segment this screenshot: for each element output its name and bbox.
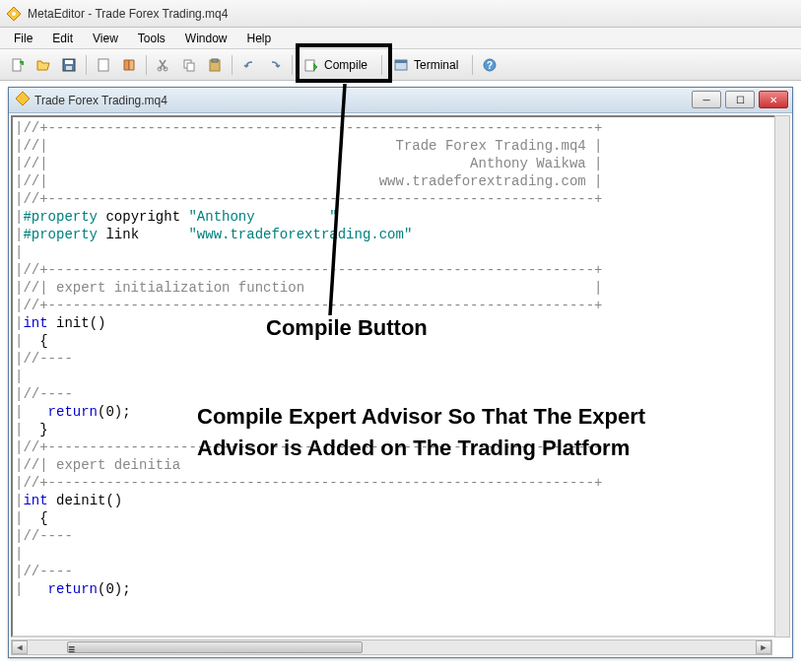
- horizontal-scrollbar[interactable]: ◄ ≡ ►: [11, 639, 772, 655]
- menu-file[interactable]: File: [4, 30, 42, 47]
- code-content: |//+------------------------------------…: [13, 117, 788, 600]
- open-file-button[interactable]: [32, 53, 55, 77]
- code-editor[interactable]: |//+------------------------------------…: [11, 115, 790, 638]
- toolbar: Compile Terminal ?: [0, 49, 801, 81]
- document-icon: [15, 91, 31, 109]
- document-title: Trade Forex Trading.mq4: [34, 94, 167, 107]
- toolbar-separator: [472, 55, 473, 75]
- svg-rect-12: [212, 59, 218, 62]
- menu-help[interactable]: Help: [237, 30, 282, 47]
- menu-edit[interactable]: Edit: [42, 30, 83, 47]
- book-button[interactable]: [117, 53, 141, 77]
- toolbar-separator: [232, 55, 233, 75]
- vertical-scrollbar[interactable]: [774, 115, 790, 638]
- annotation-label-compile: Compile Button: [266, 315, 428, 341]
- compile-label: Compile: [324, 58, 367, 72]
- svg-marker-18: [16, 92, 30, 105]
- window-controls: ─ ☐ ✕: [692, 91, 788, 108]
- app-titlebar: MetaEditor - Trade Forex Trading.mq4: [0, 0, 801, 28]
- svg-point-1: [12, 12, 16, 16]
- svg-rect-6: [99, 59, 108, 71]
- minimize-button[interactable]: ─: [692, 91, 721, 108]
- svg-rect-2: [13, 59, 21, 71]
- menu-view[interactable]: View: [83, 30, 128, 47]
- scroll-right-button[interactable]: ►: [756, 640, 771, 654]
- doc-button[interactable]: [92, 53, 115, 77]
- toolbar-separator: [146, 55, 147, 75]
- copy-button[interactable]: [177, 53, 201, 77]
- undo-button[interactable]: [237, 53, 261, 77]
- redo-button[interactable]: [263, 53, 287, 77]
- svg-text:?: ?: [487, 60, 493, 71]
- cut-button[interactable]: [152, 53, 175, 77]
- svg-rect-5: [66, 66, 72, 70]
- app-icon: [6, 6, 22, 22]
- save-button[interactable]: [57, 53, 81, 77]
- document-titlebar: Trade Forex Trading.mq4 ─ ☐ ✕: [9, 88, 792, 113]
- compile-button[interactable]: Compile: [298, 53, 376, 77]
- terminal-button[interactable]: Terminal: [387, 53, 467, 77]
- svg-rect-13: [305, 60, 314, 71]
- svg-rect-4: [65, 60, 73, 64]
- terminal-label: Terminal: [414, 58, 458, 72]
- svg-rect-15: [395, 60, 407, 63]
- menu-tools[interactable]: Tools: [128, 30, 175, 47]
- close-button[interactable]: ✕: [759, 91, 788, 108]
- app-title: MetaEditor - Trade Forex Trading.mq4: [28, 7, 228, 21]
- annotation-label-description: Compile Expert Advisor So That The Exper…: [197, 401, 709, 464]
- menu-window[interactable]: Window: [175, 30, 237, 47]
- new-file-button[interactable]: [6, 53, 30, 77]
- scroll-left-button[interactable]: ◄: [12, 640, 28, 654]
- scroll-thumb[interactable]: ≡: [67, 641, 363, 653]
- help-button[interactable]: ?: [478, 53, 501, 77]
- toolbar-separator: [86, 55, 87, 75]
- svg-rect-10: [187, 63, 194, 71]
- toolbar-separator: [292, 55, 293, 75]
- document-window: Trade Forex Trading.mq4 ─ ☐ ✕ |//+------…: [8, 87, 793, 658]
- paste-button[interactable]: [203, 53, 227, 77]
- toolbar-separator: [381, 55, 382, 75]
- maximize-button[interactable]: ☐: [725, 91, 755, 108]
- menubar: File Edit View Tools Window Help: [0, 28, 801, 49]
